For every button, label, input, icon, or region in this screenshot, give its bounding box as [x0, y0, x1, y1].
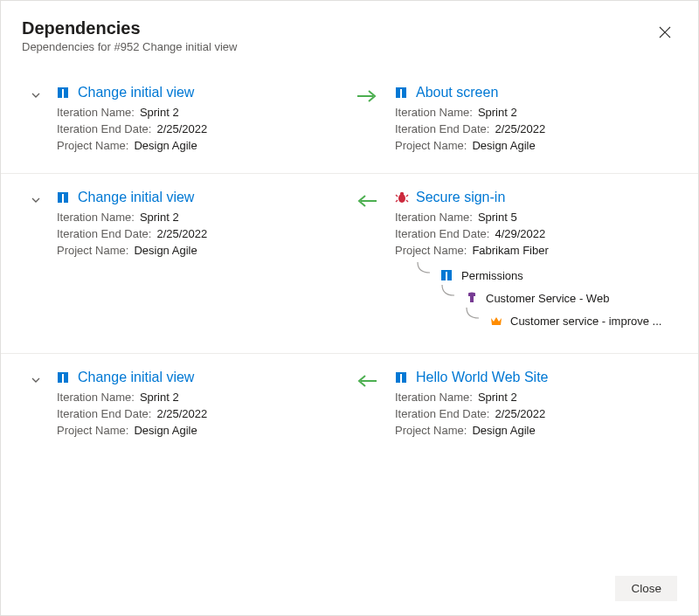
- dependency-card-left: Change initial viewIteration Name:Sprint…: [57, 370, 339, 440]
- iteration-name-line: Iteration Name:Sprint 5: [395, 211, 677, 224]
- work-item-link[interactable]: Secure sign-in: [416, 190, 505, 205]
- svg-rect-6: [396, 87, 406, 89]
- child-items: PermissionsCustomer Service - WebCustome…: [395, 267, 677, 329]
- work-item-link[interactable]: Change initial view: [78, 85, 194, 100]
- feature-icon: [440, 268, 454, 282]
- svg-point-20: [468, 293, 475, 295]
- svg-rect-2: [58, 87, 68, 89]
- iteration-end-line: Iteration End Date:2/25/2022: [57, 407, 339, 420]
- dependency-card-right: Hello World Web SiteIteration Name:Sprin…: [395, 370, 677, 440]
- child-item-label: Customer service - improve ...: [510, 315, 661, 328]
- iteration-end-line: Iteration End Date:4/29/2022: [395, 227, 677, 240]
- dependency-card-left: Change initial viewIteration Name:Sprint…: [57, 190, 339, 260]
- project-name-line: Project Name:Design Agile: [395, 424, 677, 437]
- close-button[interactable]: Close: [615, 576, 677, 601]
- iteration-end-line: Iteration End Date:2/25/2022: [57, 122, 339, 135]
- feature-icon: [57, 190, 71, 204]
- svg-line-15: [396, 200, 398, 202]
- svg-line-13: [396, 195, 398, 197]
- svg-line-14: [406, 195, 408, 197]
- project-name-line: Project Name:Design Agile: [57, 244, 339, 257]
- chevron-down-icon[interactable]: [22, 370, 50, 385]
- arrow-right-icon: [346, 85, 388, 104]
- dependency-row: Change initial viewIteration Name:Sprint…: [1, 69, 698, 174]
- iteration-name-line: Iteration Name:Sprint 2: [395, 391, 677, 404]
- connector-icon: [437, 290, 458, 306]
- child-item[interactable]: Customer Service - Web: [395, 290, 677, 306]
- feature-icon: [57, 370, 71, 384]
- svg-line-16: [406, 200, 408, 202]
- iteration-end-line: Iteration End Date:2/25/2022: [395, 122, 677, 135]
- project-name-line: Project Name:Design Agile: [57, 424, 339, 437]
- dialog-title: Dependencies: [22, 18, 677, 38]
- epic-icon: [465, 291, 479, 305]
- dialog-footer: Close: [615, 576, 677, 601]
- connector-icon: [461, 313, 482, 329]
- dependency-card-right: Secure sign-inIteration Name:Sprint 5Ite…: [395, 190, 677, 336]
- iteration-name-line: Iteration Name:Sprint 2: [57, 106, 339, 119]
- project-name-line: Project Name:Design Agile: [57, 139, 339, 152]
- arrow-left-icon: [346, 190, 388, 209]
- dependency-card-left: Change initial viewIteration Name:Sprint…: [57, 85, 339, 156]
- svg-rect-23: [58, 372, 68, 374]
- project-name-line: Project Name:Fabrikam Fiber: [395, 244, 677, 257]
- dependency-list: Change initial viewIteration Name:Sprint…: [1, 69, 698, 458]
- dependency-row: Change initial viewIteration Name:Sprint…: [1, 174, 698, 354]
- work-item-link[interactable]: Change initial view: [78, 190, 194, 205]
- work-item-link[interactable]: Change initial view: [78, 370, 194, 385]
- work-item-link[interactable]: Hello World Web Site: [416, 370, 548, 385]
- svg-point-12: [400, 192, 404, 196]
- chevron-down-icon[interactable]: [22, 190, 50, 205]
- iteration-name-line: Iteration Name:Sprint 2: [57, 211, 339, 224]
- dialog-header: Dependencies Dependencies for #952 Chang…: [1, 1, 698, 62]
- child-item-label: Permissions: [461, 269, 523, 282]
- iteration-name-line: Iteration Name:Sprint 2: [395, 106, 677, 119]
- child-item-label: Customer Service - Web: [486, 292, 609, 305]
- project-name-line: Project Name:Design Agile: [395, 139, 677, 152]
- crown-icon: [489, 314, 503, 328]
- arrow-left-icon: [346, 370, 388, 389]
- child-item[interactable]: Permissions: [395, 267, 677, 283]
- chevron-down-icon[interactable]: [22, 85, 50, 100]
- svg-rect-19: [441, 270, 452, 272]
- connector-icon: [412, 267, 433, 283]
- dependency-row: Change initial viewIteration Name:Sprint…: [1, 354, 698, 458]
- bug-icon: [395, 190, 409, 204]
- feature-icon: [57, 86, 71, 100]
- feature-icon: [395, 370, 409, 384]
- iteration-end-line: Iteration End Date:2/25/2022: [57, 227, 339, 240]
- svg-rect-27: [396, 372, 406, 374]
- dialog-subtitle: Dependencies for #952 Change initial vie…: [22, 40, 677, 53]
- feature-icon: [395, 86, 409, 100]
- svg-rect-9: [58, 192, 68, 194]
- close-icon[interactable]: [653, 20, 677, 45]
- iteration-end-line: Iteration End Date:2/25/2022: [395, 407, 677, 420]
- iteration-name-line: Iteration Name:Sprint 2: [57, 391, 339, 404]
- work-item-link[interactable]: About screen: [416, 85, 498, 100]
- child-item[interactable]: Customer service - improve ...: [395, 313, 677, 329]
- dependency-card-right: About screenIteration Name:Sprint 2Itera…: [395, 85, 677, 156]
